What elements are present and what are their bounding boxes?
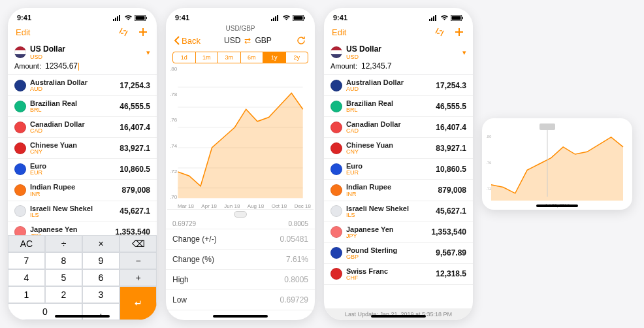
currency-name: Indian Rupee (346, 183, 438, 191)
currency-row[interactable]: Swiss Franc CHF 12,318.5 (324, 264, 473, 285)
key-⌫[interactable]: ⌫ (120, 235, 157, 252)
chart-area[interactable]: .80.78.76.74.72.70 Mar 18Apr 18Jun 18Aug… (167, 66, 314, 210)
range-2y[interactable]: 2y (286, 52, 308, 63)
currency-name: Canadian Dollar (346, 120, 436, 128)
currency-value: 12,318.5 (436, 269, 466, 278)
home-indicator[interactable] (213, 315, 268, 318)
range-6m[interactable]: 6m (241, 52, 264, 63)
base-currency-row[interactable]: US Dollar USD ▾ (8, 42, 157, 60)
amount-value[interactable]: 12,345.7 (361, 61, 392, 71)
flag-icon (14, 226, 26, 235)
key-1[interactable]: 1 (8, 286, 45, 303)
key-2[interactable]: 2 (45, 286, 82, 303)
home-indicator[interactable] (371, 315, 426, 318)
range-1m[interactable]: 1m (196, 52, 219, 63)
key-3[interactable]: 3 (82, 286, 120, 303)
currency-value: 10,860.5 (120, 165, 150, 174)
range-low: 0.69729 (172, 220, 196, 227)
currency-row[interactable]: Euro EUR 10,860.5 (8, 159, 157, 180)
screen-list-compact: 9:41 Edit US Dollar USD ▾ Amount: 12,345… (324, 8, 473, 320)
key-9[interactable]: 9 (82, 252, 120, 269)
flag-icon (14, 163, 26, 175)
key-7[interactable]: 7 (8, 252, 45, 269)
settings-icon[interactable] (118, 26, 129, 38)
flag-icon (330, 80, 342, 91)
currency-row[interactable]: Australian Dollar AUD 17,254.3 (8, 75, 157, 96)
base-currency-row[interactable]: US Dollar USD ▾ (324, 42, 473, 60)
key-.[interactable]: . (82, 303, 120, 320)
currency-code: ILS (346, 212, 436, 218)
currency-row[interactable]: Australian Dollar AUD 17,254.3 (324, 75, 473, 96)
currency-row[interactable]: Japanese Yen JPY 1,353,540 (8, 222, 157, 235)
range-1y[interactable]: 1y (263, 52, 286, 63)
currency-row[interactable]: Chinese Yuan CNY 83,927.1 (8, 138, 157, 159)
currency-code: EUR (346, 170, 436, 176)
flag-icon (330, 142, 342, 154)
currency-row[interactable]: Chinese Yuan CNY 83,927.1 (324, 138, 473, 159)
currency-row[interactable]: Canadian Dollar CAD 16,407.4 (8, 117, 157, 138)
key-+[interactable]: + (120, 269, 157, 286)
key-−[interactable]: − (120, 252, 157, 269)
status-time: 9:41 (333, 14, 347, 22)
key-5[interactable]: 5 (45, 269, 82, 286)
currency-code: EUR (30, 170, 120, 176)
currency-code: INR (346, 191, 438, 197)
currency-row[interactable]: Israeli New Shekel ILS 45,627.1 (8, 201, 157, 222)
currency-row[interactable]: Indian Rupee INR 879,008 (324, 180, 473, 201)
flag-icon (330, 122, 342, 133)
home-indicator[interactable] (55, 315, 110, 318)
edit-button[interactable]: Edit (16, 27, 30, 37)
swap-icon[interactable]: ⇄ (244, 36, 251, 45)
currency-row[interactable]: Euro EUR 10,860.5 (324, 159, 473, 180)
currency-row[interactable]: Israeli New Shekel ILS 45,627.1 (324, 201, 473, 222)
currency-row[interactable]: Brazilian Real BRL 46,555.5 (8, 96, 157, 117)
currency-row[interactable]: Brazilian Real BRL 46,555.5 (324, 96, 473, 117)
key-÷[interactable]: ÷ (45, 235, 82, 252)
range-1d[interactable]: 1d (173, 52, 196, 63)
amount-input[interactable]: 12345.67 (45, 61, 79, 71)
currency-value: 10,860.5 (436, 165, 466, 174)
currency-value: 46,555.5 (120, 102, 150, 111)
stat-row: Change (%)7.61% (166, 250, 315, 270)
back-button[interactable]: Back (174, 36, 201, 46)
pair-title: USD/GBP (166, 24, 315, 32)
range-3m[interactable]: 3m (218, 52, 241, 63)
currency-row[interactable]: Indian Rupee INR 879,008 (8, 180, 157, 201)
landscape-chart[interactable]: Jul 20, 2016.80 .76 .72 (482, 118, 632, 210)
svg-rect-5 (136, 16, 145, 20)
svg-rect-13 (304, 17, 306, 19)
currency-value: 17,254.3 (120, 81, 150, 90)
key-×[interactable]: × (82, 235, 120, 252)
currency-row[interactable]: Japanese Yen JPY 1,353,540 (324, 222, 473, 243)
key-8[interactable]: 8 (45, 252, 82, 269)
currency-name: Australian Dollar (346, 78, 436, 86)
currency-list[interactable]: Australian Dollar AUD 17,254.3 Brazilian… (324, 75, 473, 308)
currency-code: JPY (346, 233, 432, 239)
flag-icon (14, 80, 26, 91)
refresh-icon[interactable] (295, 35, 307, 46)
home-indicator[interactable] (536, 205, 578, 207)
key-↵[interactable]: ↵ (120, 286, 157, 320)
currency-code: BRL (346, 107, 436, 113)
currency-code: INR (30, 191, 122, 197)
add-icon[interactable] (137, 26, 149, 38)
add-icon[interactable] (453, 26, 465, 38)
svg-rect-0 (113, 19, 114, 21)
key-4[interactable]: 4 (8, 269, 45, 286)
key-6[interactable]: 6 (82, 269, 120, 286)
currency-code: CHF (346, 275, 436, 281)
edit-button[interactable]: Edit (332, 27, 346, 37)
currency-list[interactable]: Australian Dollar AUD 17,254.3 Brazilian… (8, 75, 157, 235)
battery-icon (135, 15, 148, 21)
settings-icon[interactable] (434, 26, 445, 38)
wifi-icon (440, 15, 449, 21)
chart-slider[interactable] (166, 210, 315, 219)
base-flag-icon (330, 46, 342, 58)
key-0[interactable]: 0 (8, 303, 82, 320)
currency-value: 83,927.1 (120, 144, 150, 153)
currency-row[interactable]: Pound Sterling GBP 9,567.89 (324, 243, 473, 264)
svg-rect-1 (115, 18, 116, 21)
key-AC[interactable]: AC (8, 235, 45, 252)
range-segmented-control[interactable]: 1d1m3m6m1y2y (172, 52, 308, 63)
currency-row[interactable]: Canadian Dollar CAD 16,407.4 (324, 117, 473, 138)
